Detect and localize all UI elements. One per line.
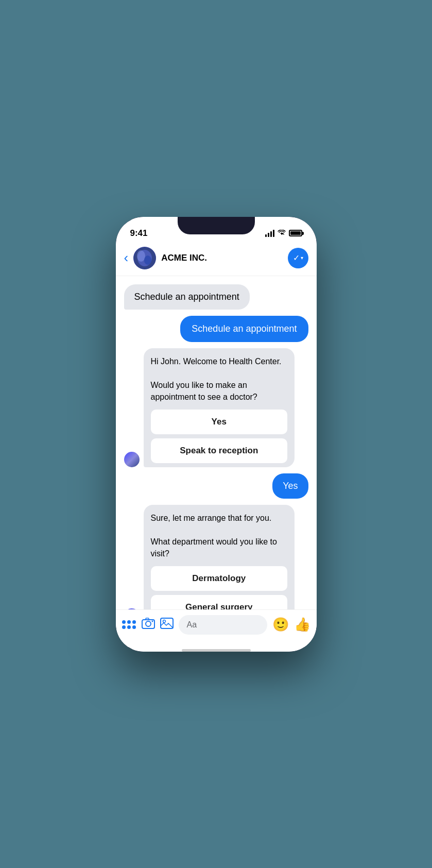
check-button[interactable]: ✓ ▾: [288, 248, 308, 268]
bot-avatar-1: [124, 452, 140, 467]
svg-rect-6: [146, 618, 149, 620]
phone-frame: 9:41 ‹: [116, 217, 317, 652]
svg-point-9: [163, 620, 165, 622]
thumbs-up-icon[interactable]: 👍: [294, 617, 310, 633]
svg-point-7: [151, 620, 153, 622]
message-row-2: Schedule an appointment: [124, 316, 308, 342]
photo-icon[interactable]: [160, 618, 174, 632]
bot-card-1: Hi John. Welcome to Health Center. Would…: [144, 348, 295, 467]
message-4: Yes: [272, 473, 308, 499]
check-icon: ✓: [293, 253, 300, 263]
message-row-3: Hi John. Welcome to Health Center. Would…: [124, 348, 308, 467]
bot-card-1-text: Hi John. Welcome to Health Center. Would…: [151, 355, 288, 403]
yes-button[interactable]: Yes: [151, 410, 288, 434]
home-indicator: [182, 649, 251, 652]
message-row-5: Sure, let me arrange that for you. What …: [124, 505, 308, 609]
general-surgery-button[interactable]: General surgery: [151, 595, 288, 609]
svg-point-5: [146, 621, 151, 626]
bot-card-2: Sure, let me arrange that for you. What …: [144, 505, 295, 609]
chat-area: Schedule an appointment Schedule an appo…: [116, 276, 317, 609]
message-row-4: Yes: [124, 473, 308, 499]
speak-to-reception-button[interactable]: Speak to reception: [151, 438, 288, 463]
avatar: [133, 247, 156, 269]
battery-icon: [289, 230, 302, 236]
status-time: 9:41: [130, 228, 148, 239]
message-input[interactable]: Aa: [179, 615, 267, 635]
status-icons: [265, 229, 302, 237]
bottom-toolbar: Aa 🙂 👍: [116, 609, 317, 647]
svg-rect-8: [161, 618, 173, 628]
camera-icon[interactable]: [142, 618, 155, 632]
wifi-icon: [278, 229, 286, 237]
bot-card-2-text: Sure, let me arrange that for you. What …: [151, 512, 288, 560]
dermatology-button[interactable]: Dermatology: [151, 566, 288, 591]
back-button[interactable]: ‹: [124, 250, 129, 266]
chat-header: ‹ ACME INC. ✓ ▾: [116, 243, 317, 276]
notch: [178, 217, 255, 234]
chevron-down-icon: ▾: [301, 255, 303, 261]
signal-icon: [265, 230, 274, 237]
svg-point-2: [137, 250, 145, 262]
message-1: Schedule an appointment: [124, 284, 250, 310]
header-name: ACME INC.: [161, 253, 287, 263]
phone-screen: 9:41 ‹: [116, 217, 317, 652]
emoji-icon[interactable]: 🙂: [272, 617, 289, 633]
svg-point-3: [144, 256, 151, 265]
dots-menu-icon[interactable]: [122, 618, 136, 632]
message-row-1: Schedule an appointment: [124, 284, 308, 310]
message-2: Schedule an appointment: [180, 316, 308, 342]
